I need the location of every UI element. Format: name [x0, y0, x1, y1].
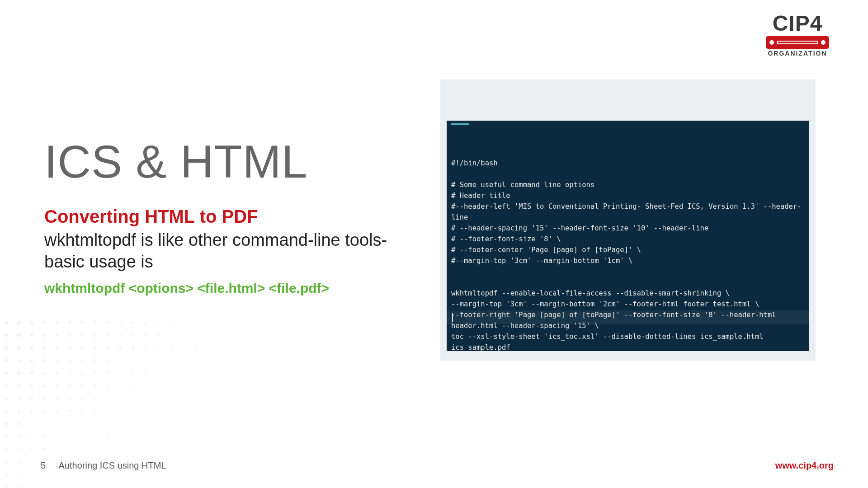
terminal-window: #!/bin/bash # Some useful command line o… [447, 121, 809, 351]
page-number: 5 [41, 460, 46, 470]
content-left: ICS & HTML Converting HTML to PDF wkhtml… [44, 136, 420, 296]
footer-url: www.cip4.org [775, 460, 834, 471]
terminal-top-accent [451, 123, 469, 125]
command-syntax: wkhtmltopdf <options> <file.html> <file.… [44, 281, 420, 296]
logo-text: CIP4 [761, 13, 834, 34]
logo-chain-icon [766, 36, 829, 49]
terminal-cursor-line [447, 310, 809, 324]
footer-left: 5 Authoring ICS using HTML [41, 460, 166, 471]
terminal-cursor-icon [452, 313, 453, 322]
slide-subtitle: Converting HTML to PDF [44, 206, 420, 227]
slide: CIP4 ORGANIZATION ICS & HTML Converting … [0, 0, 868, 488]
brand-logo: CIP4 ORGANIZATION [761, 13, 834, 57]
slide-footer: 5 Authoring ICS using HTML www.cip4.org [41, 460, 834, 471]
slide-body-text: wkhtmltopdf is like other command-line t… [44, 230, 420, 272]
logo-subtext: ORGANIZATION [761, 50, 834, 57]
footer-title: Authoring ICS using HTML [59, 460, 166, 470]
slide-title: ICS & HTML [44, 136, 420, 188]
